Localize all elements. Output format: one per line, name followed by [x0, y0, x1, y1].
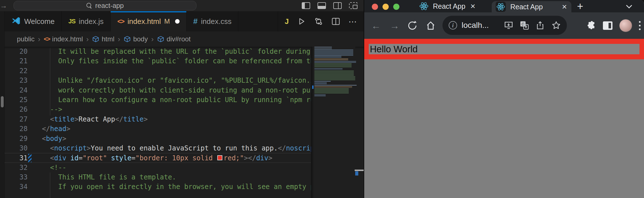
line-number: 32	[5, 163, 28, 172]
tab-search-chevron-icon[interactable]	[625, 2, 633, 11]
minimap-texture	[314, 85, 357, 86]
hello-world-text: Hello World	[369, 44, 418, 55]
code-line-34[interactable]: 34 If you open it directly in the browse…	[5, 182, 311, 192]
minimap-texture	[314, 71, 354, 76]
open-changes-icon[interactable]	[314, 17, 323, 26]
browser-tab-2-active[interactable]: React App ×	[492, 1, 571, 12]
line-number: 21	[5, 56, 28, 66]
minimap-texture	[314, 63, 352, 68]
code-line-32[interactable]: 32 <!--	[5, 163, 311, 172]
minimize-window-button[interactable]	[383, 4, 389, 10]
toggle-sidebar-right-icon[interactable]	[333, 2, 342, 9]
command-center-search[interactable]: react-app	[14, 1, 196, 10]
menu-dots-icon[interactable]	[639, 21, 641, 30]
code-line-27[interactable]: 27 <title>React App</title>	[5, 114, 311, 124]
line-number: 31	[5, 153, 28, 163]
extensions-puzzle-icon[interactable]	[585, 20, 596, 31]
code-line-23[interactable]: 23 Unlike "/favicon.ico" or "favicon.ico…	[5, 76, 311, 85]
breadcrumb-separator: ›	[37, 35, 41, 44]
react-favicon	[497, 3, 505, 11]
code-line-22[interactable]: 22	[5, 66, 311, 76]
browser-tab-1[interactable]: React App ×	[419, 0, 475, 12]
search-icon	[86, 3, 92, 9]
tab-welcome[interactable]: Welcome	[5, 11, 62, 32]
css-file-icon: #	[193, 17, 198, 26]
tab-index-html[interactable]: <> index.html M	[111, 11, 187, 32]
screenshot-stage: → react-app Welcome	[0, 0, 644, 198]
vscode-window: → react-app Welcome	[0, 0, 364, 198]
code-text: <body>	[34, 134, 311, 143]
profile-avatar[interactable]	[619, 19, 632, 32]
code-line-31[interactable]: 31 <div id="root" style="border: 10px so…	[5, 153, 311, 163]
code-line-21[interactable]: 21 Only files inside the `public` folder…	[5, 56, 311, 66]
code-line-33[interactable]: 33 This HTML file is a template.	[5, 172, 311, 182]
line-number: 20	[5, 47, 28, 56]
run-icon[interactable]	[297, 17, 306, 26]
git-modified-badge: M	[164, 17, 170, 25]
profile-letter-icon[interactable]: J	[285, 17, 289, 26]
code-line-28[interactable]: 28 </head>	[5, 124, 311, 134]
close-tab-icon[interactable]: ×	[562, 3, 567, 11]
minimap-texture	[314, 81, 331, 82]
minimap[interactable]	[311, 47, 355, 198]
ruler-modified-mark	[355, 171, 358, 176]
line-number: 23	[5, 76, 28, 85]
install-app-icon[interactable]	[504, 21, 513, 30]
overview-ruler[interactable]	[355, 47, 364, 198]
editor-actions: J ⋯	[278, 11, 364, 32]
reload-icon[interactable]	[407, 12, 418, 39]
close-tab-icon[interactable]: ×	[470, 2, 475, 10]
bookmark-star-icon[interactable]	[551, 20, 561, 30]
breadcrumb-item-public[interactable]: public	[17, 35, 35, 43]
address-bar[interactable]: i localh... G	[442, 16, 567, 35]
code-line-26[interactable]: 26 -->	[5, 105, 311, 114]
minimap-texture	[314, 61, 356, 63]
breadcrumb-separator: ›	[151, 35, 154, 44]
code-line-29[interactable]: 29 <body>	[5, 134, 311, 143]
code-line-20[interactable]: 20 It will be replaced with the URL of t…	[5, 47, 311, 56]
symbol-cube-icon	[92, 35, 99, 43]
breadcrumb-separator: ›	[117, 35, 121, 44]
toggle-panel-icon[interactable]	[317, 2, 326, 9]
minimap-texture	[314, 82, 327, 85]
breadcrumb-separator: ›	[86, 35, 89, 44]
home-icon[interactable]	[425, 12, 436, 39]
root-div-red-border: Hello World	[364, 39, 644, 59]
customize-layout-icon[interactable]	[349, 2, 357, 9]
unsaved-dot-icon[interactable]	[175, 19, 180, 24]
site-info-icon[interactable]: i	[449, 21, 457, 30]
breadcrumb-item-div-root[interactable]: div#root	[157, 35, 191, 43]
ruler-cursor-mark	[355, 170, 364, 171]
symbol-cube-icon	[157, 35, 164, 43]
tab-index-css[interactable]: # index.css	[187, 11, 239, 32]
forward-icon[interactable]: →	[389, 12, 400, 39]
back-icon[interactable]: ←	[370, 12, 382, 39]
code-line-24[interactable]: 24 work correctly both with client-side …	[5, 86, 311, 95]
tab-index-js[interactable]: JS index.js	[62, 11, 111, 32]
react-favicon	[419, 2, 428, 11]
code-text: <div id="root" style="border: 10px solid…	[34, 153, 311, 163]
translate-icon[interactable]: G	[520, 21, 529, 30]
code-editor[interactable]: 20 It will be replaced with the URL of t…	[5, 47, 311, 198]
minimap-modified-marker	[312, 86, 314, 89]
chrome-toolbar: ← → i localh... G	[364, 12, 644, 39]
line-number: 34	[5, 182, 28, 192]
close-window-button[interactable]	[372, 4, 378, 10]
breadcrumb-item-index-html[interactable]: <> index.html	[44, 35, 83, 43]
toggle-sidebar-left-icon[interactable]	[302, 2, 310, 9]
code-line-30[interactable]: 30 <noscript>You need to enable JavaScri…	[5, 143, 311, 153]
maximize-window-button[interactable]	[393, 4, 399, 10]
code-text: <!--	[34, 163, 311, 172]
breadcrumb-item-body[interactable]: body	[124, 35, 148, 43]
new-tab-button[interactable]: +	[577, 1, 583, 12]
share-icon[interactable]	[535, 21, 545, 30]
split-editor-icon[interactable]	[332, 17, 340, 25]
code-text: If you open it directly in the browser, …	[34, 182, 311, 192]
more-actions-icon[interactable]: ⋯	[348, 17, 357, 26]
breadcrumb-item-html[interactable]: html	[92, 35, 114, 43]
code-line-25[interactable]: 25 Learn how to configure a non-root pub…	[5, 95, 311, 105]
side-panel-icon[interactable]	[603, 21, 612, 30]
minimap-texture	[314, 86, 352, 88]
forward-arrow-icon[interactable]: →	[0, 1, 7, 10]
strip-scroll-thumb[interactable]	[1, 96, 4, 107]
